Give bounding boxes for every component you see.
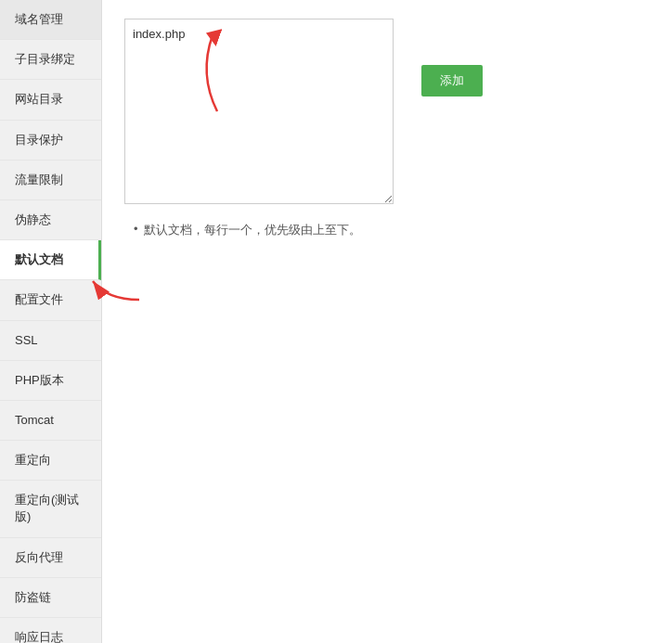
sidebar-item-dir-protect[interactable]: 目录保护 [0,121,101,161]
sidebar-item-traffic-limit[interactable]: 流量限制 [0,161,101,200]
sidebar-item-redirect[interactable]: 重定向 [0,441,101,481]
sidebar-item-reverse-proxy[interactable]: 反向代理 [0,538,101,578]
sidebar-item-default-doc[interactable]: 默认文档 [0,240,101,280]
sidebar-item-redirect-beta[interactable]: 重定向(测试版) [0,481,101,537]
sidebar-item-response-log[interactable]: 响应日志 [0,618,101,643]
sidebar-item-domain-mgmt[interactable]: 域名管理 [0,0,101,40]
default-doc-textarea[interactable]: index.php [124,19,394,204]
textarea-section: index.php 添加 [124,19,650,207]
sidebar: 域名管理子目录绑定网站目录目录保护流量限制伪静态默认文档配置文件SSLPHP版本… [0,0,102,643]
sidebar-item-ssl[interactable]: SSL [0,321,101,361]
main-content: index.php 添加 默认文档，每行一个，优先级由上至下。 [102,0,672,643]
sidebar-item-hotlink-protect[interactable]: 防盗链 [0,578,101,618]
sidebar-item-site-dir[interactable]: 网站目录 [0,80,101,120]
sidebar-item-pseudo-static[interactable]: 伪静态 [0,200,101,240]
sidebar-item-tomcat[interactable]: Tomcat [0,401,101,441]
add-button[interactable]: 添加 [421,65,483,96]
sidebar-item-subdir-bind[interactable]: 子目录绑定 [0,40,101,80]
sidebar-item-config-file[interactable]: 配置文件 [0,280,101,320]
hint-text: 默认文档，每行一个，优先级由上至下。 [144,222,361,238]
sidebar-item-php-version[interactable]: PHP版本 [0,361,101,401]
hint-section: 默认文档，每行一个，优先级由上至下。 [124,222,650,238]
